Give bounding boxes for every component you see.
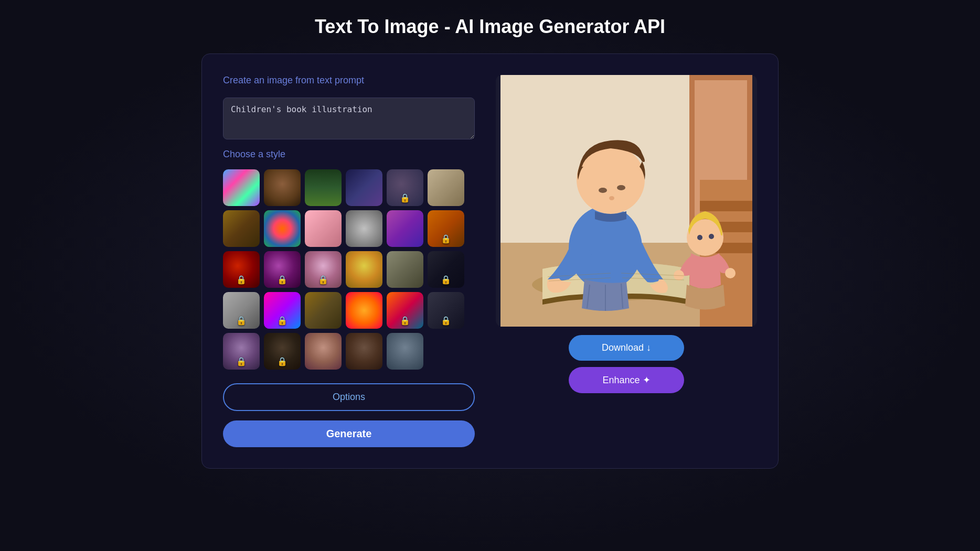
style-thumb-forest[interactable] <box>305 169 342 206</box>
lock-icon: 🔒 <box>277 316 287 326</box>
generated-image-container <box>496 75 757 327</box>
lock-icon: 🔒 <box>400 316 410 326</box>
style-thumb-soldier[interactable] <box>346 333 382 370</box>
svg-rect-23 <box>500 75 752 327</box>
style-thumb-rainbow[interactable]: 🔒 <box>264 292 301 329</box>
style-grid: 🔒🔒🔒🔒🔒🔒🔒🔒🔒🔒🔒🔒 <box>223 169 475 370</box>
style-thumb-metal[interactable] <box>346 210 382 247</box>
style-thumb-ballet[interactable] <box>305 210 342 247</box>
style-thumb-classic[interactable] <box>223 210 260 247</box>
style-thumb-flowers[interactable] <box>264 210 301 247</box>
lock-icon: 🔒 <box>277 356 287 366</box>
style-thumb-landscape[interactable] <box>305 292 342 329</box>
page-title: Text To Image - AI Image Generator API <box>315 16 665 38</box>
style-thumb-face3[interactable] <box>387 333 423 370</box>
style-thumb-panda[interactable] <box>264 169 301 206</box>
style-thumb-pink[interactable]: 🔒 <box>305 251 342 288</box>
action-buttons: Download ↓ Enhance ✦ <box>496 335 757 393</box>
style-thumb-portrait[interactable]: 🔒 <box>387 169 423 206</box>
download-button[interactable]: Download ↓ <box>569 335 684 361</box>
style-thumb-red[interactable]: 🔒 <box>223 251 260 288</box>
generate-button[interactable]: Generate <box>223 420 475 447</box>
style-thumb-book[interactable] <box>387 210 423 247</box>
left-panel: Create an image from text prompt Childre… <box>223 75 475 447</box>
style-thumb-dark[interactable]: 🔒 <box>428 251 464 288</box>
lock-icon: 🔒 <box>318 275 328 285</box>
lock-icon: 🔒 <box>441 316 451 326</box>
style-thumb-robot[interactable] <box>346 169 382 206</box>
style-thumb-app[interactable] <box>346 292 382 329</box>
enhance-button[interactable]: Enhance ✦ <box>569 367 684 393</box>
right-panel: Download ↓ Enhance ✦ <box>496 75 757 447</box>
style-thumb-clown[interactable] <box>346 251 382 288</box>
style-thumb-oldphoto[interactable] <box>428 169 464 206</box>
style-thumb-colorful[interactable] <box>223 169 260 206</box>
style-thumb-tree[interactable]: 🔒 <box>264 333 301 370</box>
style-thumb-face2[interactable] <box>305 333 342 370</box>
lock-icon: 🔒 <box>400 193 410 203</box>
create-label: Create an image from text prompt <box>223 75 475 86</box>
generated-image <box>496 75 757 327</box>
style-label: Choose a style <box>223 149 475 160</box>
main-card: Create an image from text prompt Childre… <box>201 53 779 469</box>
style-thumb-room[interactable] <box>387 251 423 288</box>
lock-icon: 🔒 <box>441 234 451 244</box>
style-thumb-grey[interactable]: 🔒 <box>223 292 260 329</box>
options-button[interactable]: Options <box>223 383 475 411</box>
style-thumb-purple[interactable]: 🔒 <box>264 251 301 288</box>
lock-icon: 🔒 <box>236 356 247 366</box>
lock-icon: 🔒 <box>236 275 247 285</box>
style-thumb-face1[interactable]: 🔒 <box>223 333 260 370</box>
prompt-input[interactable]: Children's book illustration <box>223 98 475 139</box>
lock-icon: 🔒 <box>277 275 287 285</box>
style-thumb-swirl[interactable]: 🔒 <box>387 292 423 329</box>
lock-icon: 🔒 <box>236 316 247 326</box>
lock-icon: 🔒 <box>441 275 451 285</box>
style-thumb-fox[interactable]: 🔒 <box>428 210 464 247</box>
style-thumb-dark2[interactable]: 🔒 <box>428 292 464 329</box>
